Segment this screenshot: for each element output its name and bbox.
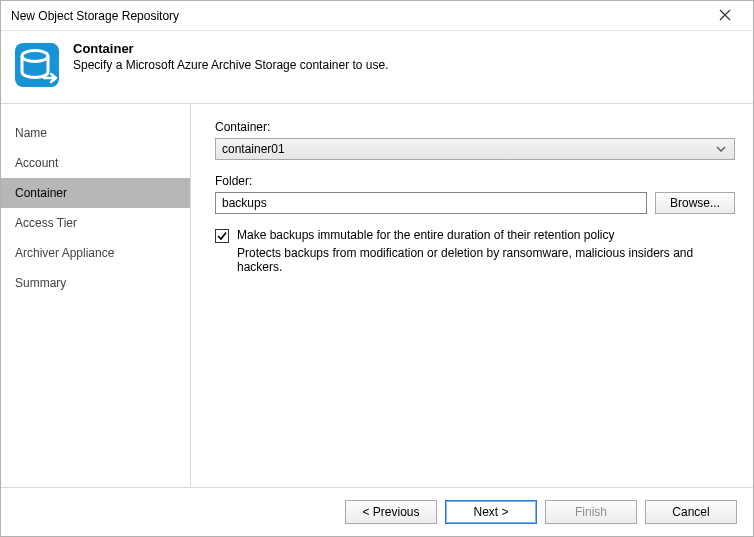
- wizard-window: New Object Storage Repository Container …: [0, 0, 754, 537]
- titlebar: New Object Storage Repository: [1, 1, 753, 31]
- wizard-main: Container: container01 Folder: Browse...: [191, 104, 753, 487]
- step-summary[interactable]: Summary: [1, 268, 190, 298]
- cancel-button[interactable]: Cancel: [645, 500, 737, 524]
- chevron-down-icon: [712, 141, 730, 157]
- close-button[interactable]: [705, 2, 745, 30]
- container-label: Container:: [215, 120, 735, 134]
- wizard-header: Container Specify a Microsoft Azure Arch…: [1, 31, 753, 104]
- wizard-steps: Name Account Container Access Tier Archi…: [1, 104, 191, 487]
- close-icon: [719, 8, 731, 24]
- header-text: Container Specify a Microsoft Azure Arch…: [73, 41, 389, 72]
- immutable-text: Make backups immutable for the entire du…: [237, 228, 735, 274]
- immutable-label: Make backups immutable for the entire du…: [237, 228, 735, 242]
- step-container[interactable]: Container: [1, 178, 190, 208]
- page-title: Container: [73, 41, 389, 56]
- step-name[interactable]: Name: [1, 118, 190, 148]
- folder-input[interactable]: [215, 192, 647, 214]
- immutable-option: Make backups immutable for the entire du…: [215, 228, 735, 274]
- page-subtitle: Specify a Microsoft Azure Archive Storag…: [73, 58, 389, 72]
- browse-button[interactable]: Browse...: [655, 192, 735, 214]
- wizard-footer: < Previous Next > Finish Cancel: [1, 487, 753, 536]
- window-title: New Object Storage Repository: [11, 9, 705, 23]
- immutable-description: Protects backups from modification or de…: [237, 246, 735, 274]
- folder-label: Folder:: [215, 174, 735, 188]
- storage-icon: [13, 41, 61, 89]
- step-archiver-appliance[interactable]: Archiver Appliance: [1, 238, 190, 268]
- container-select-value: container01: [222, 142, 285, 156]
- step-account[interactable]: Account: [1, 148, 190, 178]
- finish-button: Finish: [545, 500, 637, 524]
- next-button[interactable]: Next >: [445, 500, 537, 524]
- wizard-body: Name Account Container Access Tier Archi…: [1, 104, 753, 487]
- step-access-tier[interactable]: Access Tier: [1, 208, 190, 238]
- container-select[interactable]: container01: [215, 138, 735, 160]
- previous-button[interactable]: < Previous: [345, 500, 437, 524]
- immutable-checkbox[interactable]: [215, 229, 229, 243]
